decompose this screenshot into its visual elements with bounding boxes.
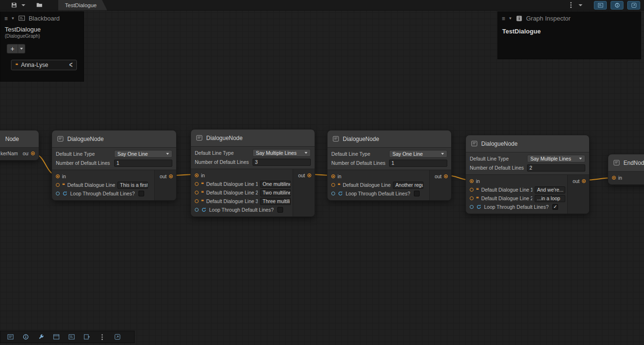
drag-handle-icon[interactable]: ≡ [502,15,505,22]
input-port[interactable] [470,179,474,183]
dialogue-line-label: Default Dialogue Line [343,182,391,188]
node-title: DialogueNode [206,135,243,141]
toggle-code-preview-button[interactable] [627,1,640,10]
collapse-arrow-icon[interactable]: ▼ [11,16,15,21]
window-button[interactable] [49,332,63,342]
more-button[interactable] [95,332,109,342]
string-port[interactable] [331,183,335,187]
string-port[interactable] [56,183,60,187]
dropdown-value: Say One Line [117,151,148,157]
blackboard-toggle-button[interactable] [64,332,79,342]
dialogue-line-field[interactable]: ...in a loop [535,195,565,202]
input-port[interactable] [612,176,616,180]
kebab-icon [570,2,572,8]
save-button[interactable] [9,1,19,10]
bool-port[interactable] [470,205,474,209]
dialogue-node-4[interactable]: DialogueNode Default Line Type Say Multi… [465,135,590,214]
input-port[interactable] [195,173,199,177]
dialogue-line-field[interactable]: Three multili [260,198,291,205]
dropdown-value: Say Multiple Lines [256,150,296,156]
dialogue-line-field[interactable]: Two multiline [260,189,291,196]
num-lines-field[interactable]: 2 [527,164,585,172]
code-preview-button[interactable] [110,332,125,342]
end-node-icon [613,159,620,166]
quote-icon: ❝ [338,183,340,188]
node-title-bar[interactable]: DialogueNode [327,130,451,148]
dialogue-panel-button[interactable] [80,332,94,342]
output-port[interactable] [307,173,311,177]
in-port-label: in [338,173,341,179]
speaker-node[interactable]: Node kerName out [0,130,39,161]
dialogue-node-3[interactable]: DialogueNode Default Line Type Say One L… [327,130,452,201]
drag-handle-icon[interactable]: ≡ [4,15,8,22]
save-dropdown-button[interactable] [20,1,27,10]
node-title: DialogueNode [67,136,104,142]
expand-chevron-icon[interactable]: < [69,61,73,69]
dialogue-line-field[interactable]: Another regu [393,182,423,189]
tools-button[interactable] [34,332,48,342]
quote-icon: ❝ [201,190,204,195]
node-title-bar[interactable]: DialogueNode [466,135,589,152]
node-title-bar[interactable]: EndNode [608,154,644,172]
loop-label: Loop Through Default Lines? [346,191,410,196]
string-port[interactable] [195,182,199,186]
kebab-icon [101,334,103,340]
more-options-button[interactable] [566,1,576,10]
line-type-dropdown[interactable]: Say Multiple Lines [527,155,585,162]
bool-port[interactable] [56,192,60,195]
open-folder-button[interactable] [34,1,44,10]
input-port[interactable] [331,174,335,178]
line-type-dropdown[interactable]: Say Multiple Lines [253,149,311,157]
dialogue-node-1[interactable]: DialogueNode Default Line Type Say One L… [52,130,177,201]
end-node[interactable]: EndNode in [608,154,644,185]
line-type-dropdown[interactable]: Say One Line [114,150,172,158]
node-output-row: kerName out [0,148,39,160]
loop-checkbox[interactable] [277,207,283,213]
out-port-label: out [434,173,442,179]
tab-testdialogue[interactable]: TestDialogue [58,0,107,11]
num-lines-field[interactable]: 1 [114,160,172,167]
output-port[interactable] [444,174,448,178]
console-button[interactable] [3,332,18,342]
dialogue-line-field[interactable]: One multiline [260,181,291,188]
node-title-bar[interactable]: Node [0,130,39,148]
dialogue-node-icon [471,140,478,147]
dialogue-node-2[interactable]: DialogueNode Default Line Type Say Multi… [190,129,315,217]
info-button[interactable] [19,332,33,342]
quote-icon: ❝ [476,187,479,193]
more-options-dropdown[interactable] [577,1,584,10]
bool-port[interactable] [195,208,199,212]
graph-canvas[interactable]: Node kerName out DialogueNode Default Li… [0,0,644,345]
collapse-arrow-icon[interactable]: ▼ [508,16,512,21]
string-port[interactable] [195,191,199,194]
output-port[interactable] [31,151,35,155]
panel-title: Graph Inspector [526,15,570,22]
node-title-bar[interactable]: DialogueNode [191,129,315,147]
graph-name: TestDialogue [498,24,641,35]
input-port[interactable] [56,174,60,178]
bool-port[interactable] [331,192,335,195]
string-port[interactable] [470,196,474,200]
graph-inspector-panel: ≡ ▼ Graph Inspector TestDialogue [497,11,641,59]
add-property-button[interactable]: + [7,44,18,54]
node-title-bar[interactable]: DialogueNode [52,130,176,148]
string-port[interactable] [470,188,474,192]
toggle-inspector-button[interactable] [611,1,623,10]
dialogue-line-field[interactable]: And we're... [535,186,565,194]
add-property-dropdown[interactable] [18,44,25,54]
line-type-dropdown[interactable]: Say One Line [389,150,447,158]
loop-checkbox[interactable] [138,191,144,196]
num-lines-field[interactable]: 1 [389,160,447,167]
output-port[interactable] [169,174,173,178]
blackboard-field-anna-lyse[interactable]: ❝ Anna-Lyse < [11,60,77,70]
string-port[interactable] [195,199,199,203]
output-port[interactable] [582,179,586,183]
num-lines-field[interactable]: 3 [253,159,311,166]
loop-checkbox[interactable] [414,191,420,196]
dialogue-line-field[interactable]: This is a first [117,182,148,189]
toggle-blackboard-button[interactable] [594,1,607,10]
loop-label: Loop Through Default Lines? [209,207,274,213]
console-icon [7,334,14,340]
save-icon [11,2,17,8]
loop-checkbox[interactable]: ✓ [552,204,558,210]
